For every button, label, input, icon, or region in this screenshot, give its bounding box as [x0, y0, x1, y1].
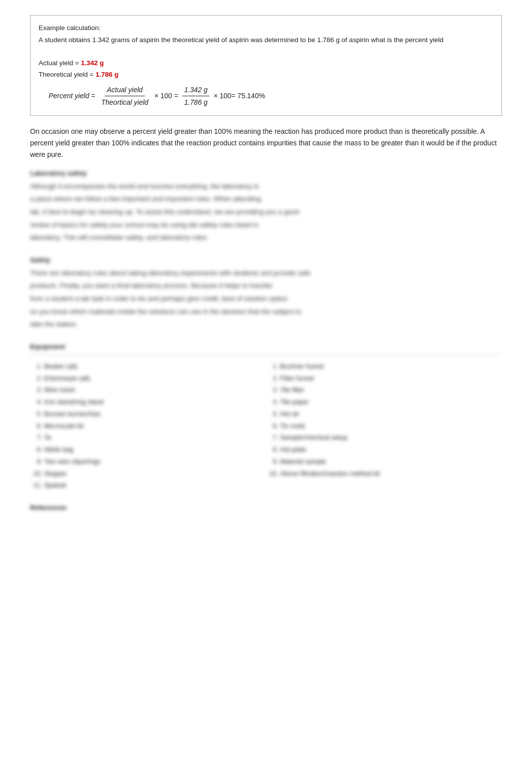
equipment-col2: Buchner funnel Filter funnel Tile filter… — [266, 361, 502, 492]
blurred-section-safety: Safety There are laboratory rules about … — [30, 256, 502, 330]
lab-safety-heading: Laboratory safety — [30, 169, 502, 177]
lab-safety-line-3: lab, it best to begin by cleaning up. To… — [30, 207, 502, 218]
equip-2-9: Material sample — [280, 456, 502, 468]
example-intro: Example calculation: — [39, 23, 493, 34]
formula-result: × 100= 75.140% — [213, 90, 265, 101]
equip-2-5: Hot air — [280, 409, 502, 420]
lab-safety-line-5: laboratory. This will consolidate safety… — [30, 232, 502, 243]
equipment-list: Beaker (all) Erlenmeyer (all) Wire mesh … — [30, 361, 502, 492]
formula-line: Percent yield = Actual yield Theortical … — [39, 84, 493, 108]
equip-1-2: Erlenmeyer (all) — [44, 373, 266, 384]
equip-1-1: Beaker (all) — [44, 361, 266, 372]
equip-2-2: Filter funnel — [280, 373, 502, 384]
safety-line-4: so you know which materials inside the s… — [30, 306, 502, 317]
equip-1-3: Wire mesh — [44, 384, 266, 396]
actual-yield-value: 1.342 g — [81, 59, 104, 67]
equip-1-6: Microscale kit — [44, 421, 266, 432]
safety-heading: Safety — [30, 256, 502, 264]
equip-1-7: Ta — [44, 432, 266, 444]
equip-2-4: Tile paper — [280, 397, 502, 408]
equip-1-10: Stopper — [44, 468, 266, 480]
equip-1-8: Nitrile bag — [44, 444, 266, 456]
problem-statement: A student obtains 1.342 grams of aspirin… — [39, 35, 493, 46]
equip-1-9: Two wire clips/rings — [44, 456, 266, 468]
safety-text: There are laboratory rules about taking … — [30, 268, 502, 330]
safety-line-1: There are laboratory rules about taking … — [30, 268, 502, 279]
actual-yield-label: Actual yield = — [39, 59, 81, 67]
equipment-list-col2: Buchner funnel Filter funnel Tile filter… — [266, 361, 502, 480]
paragraph-percent-yield: On occasion one may observe a percent yi… — [30, 126, 502, 160]
equip-1-11: Spatula — [44, 480, 266, 491]
equip-1-4: Iron stand/ring stand — [44, 397, 266, 408]
lab-safety-line-2: a place where we follow a few important … — [30, 193, 502, 205]
safety-line-3: from a student a lab task in order to be… — [30, 293, 502, 304]
value-numerator: 1.342 g — [182, 84, 210, 96]
equip-2-10: Above filtration/reaction method kit — [280, 468, 502, 480]
equipment-divider — [30, 354, 502, 355]
example-calculation-box: Example calculation: A student obtains 1… — [30, 15, 502, 116]
lab-safety-line-4: review of basics for safety your school … — [30, 220, 502, 231]
actual-yield-line: Actual yield = 1.342 g — [39, 58, 493, 69]
equip-2-7: Sample/chemical setup — [280, 432, 502, 444]
blurred-section-references: References — [30, 504, 502, 511]
safety-line-2: products. Finally, you want a final labo… — [30, 280, 502, 291]
equip-1-5: Bunsen burner/Gas — [44, 409, 266, 420]
blurred-section-lab-safety: Laboratory safety Although it encompasse… — [30, 169, 502, 243]
theoretical-yield-label: Theoretical yield = — [39, 71, 96, 78]
equip-2-3: Tile filter — [280, 384, 502, 396]
multiply-100: × 100 = — [154, 90, 178, 101]
equipment-heading: Equipment — [30, 343, 502, 350]
main-fraction: Actual yield Theortical yield — [99, 84, 150, 108]
theoretical-yield-line: Theoretical yield = 1.786 g — [39, 69, 493, 80]
references-heading: References — [30, 504, 502, 511]
theoretical-yield-value: 1.786 g — [96, 71, 119, 78]
value-fraction: 1.342 g 1.786 g — [182, 84, 210, 108]
fraction-numerator: Actual yield — [105, 84, 145, 96]
lab-safety-line-1: Although it encompasses the world and to… — [30, 181, 502, 192]
equip-2-6: Tin mold — [280, 421, 502, 432]
blurred-section-equipment: Equipment Beaker (all) Erlenmeyer (all) … — [30, 343, 502, 492]
value-denominator: 1.786 g — [182, 96, 210, 108]
equipment-col1: Beaker (all) Erlenmeyer (all) Wire mesh … — [30, 361, 266, 492]
fraction-denominator: Theortical yield — [99, 96, 150, 108]
equip-2-1: Buchner funnel — [280, 361, 502, 372]
formula-prefix: Percent yield = — [49, 90, 95, 101]
safety-line-5: take the station. — [30, 319, 502, 330]
equip-2-8: Hot plate — [280, 444, 502, 456]
lab-safety-text: Although it encompasses the world and to… — [30, 181, 502, 243]
equipment-list-col1: Beaker (all) Erlenmeyer (all) Wire mesh … — [30, 361, 266, 491]
